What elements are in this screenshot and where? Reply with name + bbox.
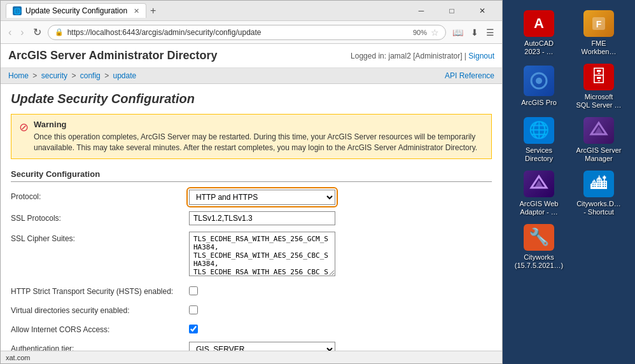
breadcrumb-nav: Home > security > config > update	[8, 71, 136, 80]
cityworksd-label: Cityworks.D…- Shortcut	[576, 200, 621, 216]
desktop-sidebar: A AutoCAD2023 - … F FMEWorkben… ArcGIS P…	[503, 0, 635, 364]
window-controls: ─ □ ✕	[407, 1, 497, 21]
warning-title: Warning	[34, 120, 484, 129]
arcgis-title: ArcGIS Server Administrator Directory	[8, 49, 217, 62]
hsts-checkbox[interactable]	[189, 286, 198, 295]
breadcrumb-update[interactable]: update	[113, 71, 137, 80]
warning-icon: ⊘	[19, 120, 29, 153]
minimize-button[interactable]: ─	[407, 1, 436, 21]
tab-close-button[interactable]: ✕	[134, 7, 139, 15]
desktop-icon-services[interactable]: 🌐 ServicesDirectory	[510, 115, 568, 165]
ssl-protocols-control: TLSv1.2,TLSv1.3	[189, 211, 492, 225]
virtual-dirs-control	[189, 304, 492, 316]
arcgisserver-icon	[583, 117, 614, 144]
arcgispro-label: ArcGIS Pro	[521, 99, 557, 107]
svg-point-3	[536, 78, 542, 84]
status-bar: xat.com	[1, 351, 502, 363]
hsts-row: HTTP Strict Transport Security (HSTS) en…	[11, 284, 492, 297]
refresh-button[interactable]: ↻	[31, 25, 44, 39]
hsts-label: HTTP Strict Transport Security (HSTS) en…	[11, 284, 189, 296]
desktop-icon-sqlserver[interactable]: 🗄 MicrosoftSQL Server …	[570, 61, 627, 112]
ssl-cipher-textarea[interactable]: TLS_ECDHE_RSA_WITH_AES_256_GCM_SHA384, T…	[189, 232, 335, 276]
signout-link[interactable]: Signout	[468, 52, 494, 60]
back-button[interactable]: ‹	[6, 25, 14, 39]
url-bar[interactable]: 🔒 https://localhost:6443/arcgis/admin/se…	[48, 25, 446, 40]
download-icon[interactable]: ⬇	[468, 26, 481, 39]
arcgisweb-icon	[524, 171, 554, 197]
cors-row: Allow Internet CORS Access:	[11, 323, 492, 335]
autocad-icon: A	[524, 10, 554, 37]
arcgisserver-label: ArcGIS ServerManager	[576, 146, 622, 163]
svg-text:F: F	[596, 19, 602, 29]
login-info: Logged in: jamal2 [Administrator] | Sign…	[351, 52, 494, 60]
warning-box: ⊘ Warning Once this operation completes,…	[11, 114, 492, 159]
ssl-protocols-input[interactable]: TLSv1.2,TLSv1.3	[189, 211, 335, 225]
breadcrumb-config[interactable]: config	[80, 71, 101, 80]
protocol-select-wrapper: HTTP and HTTPS HTTP HTTPS	[189, 190, 335, 205]
maximize-button[interactable]: □	[437, 1, 466, 21]
desktop-icon-fme[interactable]: F FMEWorkben…	[570, 8, 627, 59]
arcgisserver-svg	[589, 120, 609, 141]
protocol-select[interactable]: HTTP and HTTPS HTTP HTTPS	[189, 190, 335, 205]
fme-icon: F	[583, 10, 614, 37]
reading-list-icon[interactable]: 📖	[450, 26, 466, 39]
arcgispro-icon	[524, 66, 554, 96]
forward-button[interactable]: ›	[18, 25, 26, 39]
auth-tier-select[interactable]: GIS_SERVER WEB_ADAPTOR	[189, 342, 335, 351]
protocol-row: Protocol: HTTP and HTTPS HTTP HTTPS	[11, 190, 492, 205]
virtual-dirs-label: Virtual directories security enabled:	[11, 304, 189, 315]
breadcrumb-home[interactable]: Home	[8, 71, 29, 80]
services-label: ServicesDirectory	[525, 146, 553, 163]
desktop-icon-autocad[interactable]: A AutoCAD2023 - …	[510, 8, 568, 59]
tab-favicon	[13, 6, 22, 15]
autocad-label: AutoCAD2023 - …	[524, 39, 554, 56]
bookmark-icon[interactable]: ☆	[431, 27, 439, 38]
warning-content: Warning Once this operation completes, A…	[34, 120, 484, 153]
arcgisweb-label: ArcGIS WebAdaptor - …	[520, 200, 559, 216]
security-config-form: Protocol: HTTP and HTTPS HTTP HTTPS	[11, 190, 492, 351]
section-title: Security Configuration	[11, 169, 492, 182]
desktop-icon-cityworksd[interactable]: 🏙 Cityworks.D…- Shortcut	[570, 168, 627, 219]
fme-svg: F	[590, 15, 608, 32]
cityworksd-icon: 🏙	[583, 171, 614, 197]
sqlserver-icon: 🗄	[583, 64, 614, 90]
ssl-protocols-label: SSL Protocols:	[11, 211, 189, 223]
cors-control	[189, 323, 492, 335]
desktop-icon-arcgisserver[interactable]: ArcGIS ServerManager	[570, 115, 627, 165]
desktop-icon-arcgisweb[interactable]: ArcGIS WebAdaptor - …	[510, 168, 568, 219]
auth-tier-label: Authentication tier:	[11, 342, 189, 351]
auth-tier-control: GIS_SERVER WEB_ADAPTOR	[189, 342, 492, 351]
api-reference-link[interactable]: API Reference	[445, 71, 494, 80]
breadcrumb: Home > security > config > update API Re…	[1, 68, 502, 84]
ssl-cipher-label: SSL Cipher Suites:	[11, 232, 189, 243]
cors-checkbox[interactable]	[189, 325, 198, 333]
status-text: xat.com	[6, 354, 31, 361]
breadcrumb-security[interactable]: security	[41, 71, 67, 80]
protocol-control: HTTP and HTTPS HTTP HTTPS	[189, 190, 492, 205]
protocol-label: Protocol:	[11, 190, 189, 201]
warning-message: Once this operation completes, ArcGIS Se…	[34, 132, 484, 153]
browser-tab[interactable]: Update Security Configuration ✕	[6, 3, 146, 18]
page-content: ArcGIS Server Administrator Directory Lo…	[1, 44, 502, 351]
address-bar: ‹ › ↻ 🔒 https://localhost:6443/arcgis/ad…	[1, 21, 502, 44]
cityworks-icon: 🔧	[524, 224, 554, 251]
lock-icon: 🔒	[55, 28, 64, 36]
tab-title: Update Security Configuration	[25, 6, 127, 15]
desktop-icon-cityworks[interactable]: 🔧 Cityworks(15.7.5.2021…)	[510, 221, 568, 272]
desktop-icon-arcgispro[interactable]: ArcGIS Pro	[510, 61, 568, 112]
desktop-icons-grid: A AutoCAD2023 - … F FMEWorkben… ArcGIS P…	[508, 5, 630, 275]
cors-label: Allow Internet CORS Access:	[11, 323, 189, 334]
cityworks-label: Cityworks(15.7.5.2021…)	[515, 253, 563, 270]
virtual-dirs-checkbox[interactable]	[189, 305, 198, 314]
fme-label: FMEWorkben…	[582, 39, 617, 56]
sqlserver-label: MicrosoftSQL Server …	[576, 93, 621, 109]
zoom-level: 90%	[413, 29, 427, 36]
main-content: Update Security Configuration ⊘ Warning …	[1, 84, 502, 351]
close-button[interactable]: ✕	[468, 1, 497, 21]
arcgis-header: ArcGIS Server Administrator Directory Lo…	[1, 44, 502, 68]
page-title: Update Security Configuration	[11, 92, 492, 106]
new-tab-button[interactable]: +	[150, 5, 156, 17]
menu-icon[interactable]: ☰	[484, 26, 497, 39]
auth-tier-row: Authentication tier: GIS_SERVER WEB_ADAP…	[11, 342, 492, 351]
ssl-protocols-row: SSL Protocols: TLSv1.2,TLSv1.3	[11, 211, 492, 225]
